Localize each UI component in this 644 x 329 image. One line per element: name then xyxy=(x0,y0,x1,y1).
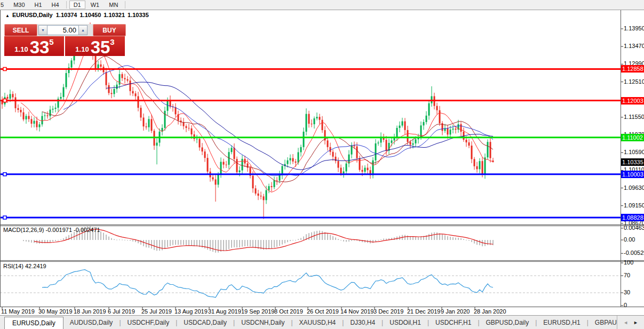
timeframe-toolbar: 5M30H1H4D1W1MN xyxy=(0,0,644,10)
chart-header: ▲EURUSD,Daily1.103741.104501.103211.1033… xyxy=(5,12,152,18)
tab-scroll-right-icon[interactable]: ► xyxy=(631,320,641,325)
timeframe-button-w1[interactable]: W1 xyxy=(86,1,104,9)
sell-price-display[interactable]: 1.10335 xyxy=(4,36,64,56)
price-scale-label: 1.09150 xyxy=(624,202,644,208)
current-price-badge: 1.10335 xyxy=(621,158,644,166)
sell-price-pip: 5 xyxy=(49,37,53,46)
time-axis-label: 18 Jun 2019 xyxy=(74,308,106,315)
tab-scroll-left-icon[interactable]: ◄ xyxy=(621,320,631,325)
price-level-badge: 1.12858 xyxy=(621,65,644,73)
time-axis-label: 11 May 2019 xyxy=(1,308,35,315)
timeframe-button-m30[interactable]: M30 xyxy=(9,1,29,9)
macd-scale-label: 0.00463 xyxy=(624,224,644,231)
tab-scroll-arrows: ◄ ► xyxy=(617,316,644,329)
time-axis-label: 3 Dec 2019 xyxy=(373,308,403,315)
ohlc-low: 1.10321 xyxy=(104,12,125,18)
chart-tab-bar: EURUSD,DailyAUDUSD,Daily|USDCHF,Daily|US… xyxy=(0,315,644,329)
one-click-trading-panel: SELL ▼ ▲ BUY 1.10335 1.10353 xyxy=(4,24,126,56)
chart-tab-audusd-daily[interactable]: AUDUSD,Daily xyxy=(63,317,120,329)
chart-tab-usdchf-daily[interactable]: USDCHF,Daily xyxy=(121,317,176,329)
sell-price-big: 33 xyxy=(30,40,50,54)
timeframe-button-d1[interactable]: D1 xyxy=(69,1,85,9)
price-scale-label: 1.12510 xyxy=(624,78,644,85)
volume-increase-button[interactable]: ▲ xyxy=(78,25,88,35)
time-axis-label: 19 Sep 2019 xyxy=(241,308,274,315)
chart-tab-usdchf-h1[interactable]: USDCHF,H1 xyxy=(429,317,478,329)
chart-tab-usdcad-daily[interactable]: USDCAD,Daily xyxy=(177,317,233,329)
buy-price-display[interactable]: 1.10353 xyxy=(65,36,125,56)
rsi-scale-label: 0 xyxy=(624,302,627,308)
toolbar-separator xyxy=(125,1,125,9)
time-axis-label: 9 Jan 2020 xyxy=(441,308,470,315)
price-scale-label: 1.13470 xyxy=(624,43,644,49)
time-axis-label: 28 Jan 2020 xyxy=(474,308,506,315)
price-scale-label: 1.09630 xyxy=(624,184,644,191)
rsi-scale-label: 30 xyxy=(624,289,630,295)
volume-decrease-button[interactable]: ▼ xyxy=(38,25,47,35)
time-axis-label: 25 Jul 2019 xyxy=(141,308,172,315)
buy-button[interactable]: BUY xyxy=(93,24,126,36)
rsi-scale-label: 70 xyxy=(624,272,630,278)
collapse-chart-icon[interactable]: ▲ xyxy=(5,13,10,18)
macd-scale-label: -0.005299 xyxy=(624,250,644,256)
chart-workspace: ▲EURUSD,Daily1.103741.104501.103211.1033… xyxy=(0,10,644,316)
ohlc-close: 1.10335 xyxy=(128,12,149,18)
chart-tab-gbpaud-h1[interactable]: GBPAUD,H1 xyxy=(589,317,617,329)
price-level-badge: 1.11002 xyxy=(621,134,644,141)
time-axis-label: 6 Jul 2019 xyxy=(108,308,135,315)
chart-symbol-label: EURUSD,Daily xyxy=(12,12,53,18)
price-scale-label: 1.10590 xyxy=(624,149,644,155)
price-scale-label: 1.13950 xyxy=(624,25,644,31)
rsi-indicator-label: RSI(14) 42.2419 xyxy=(3,263,46,269)
price-level-badge: 1.12003 xyxy=(621,97,644,105)
rsi-scale-label: 100 xyxy=(624,259,633,266)
timeframe-button-h1[interactable]: H1 xyxy=(30,1,46,9)
timeframe-button-mn[interactable]: MN xyxy=(105,1,122,9)
chart-tab-dj30-h4[interactable]: DJ30,H4 xyxy=(344,317,381,329)
time-axis-label: 30 May 2019 xyxy=(38,308,73,315)
time-axis-label: 13 Aug 2019 xyxy=(174,308,208,315)
ohlc-open: 1.10374 xyxy=(56,12,77,18)
time-axis-label: 31 Aug 2019 xyxy=(208,308,241,315)
sell-price-prefix: 1.10 xyxy=(14,45,28,53)
price-level-badge: 1.10003 xyxy=(621,171,644,178)
price-scale-label: 1.11550 xyxy=(624,114,644,120)
time-axis-label: 14 Nov 2019 xyxy=(340,308,373,315)
price-level-badge: 1.08828 xyxy=(621,214,644,221)
terminal-window: 5M30H1H4D1W1MN ▲EURUSD,Daily1.103741.104… xyxy=(0,0,644,329)
buy-price-pip: 3 xyxy=(110,37,114,46)
timeframe-button-h4[interactable]: H4 xyxy=(47,1,63,9)
chart-tab-eurusd-daily[interactable]: EURUSD,Daily xyxy=(4,317,63,329)
buy-price-prefix: 1.10 xyxy=(75,45,89,53)
chart-tab-usdoil-h1[interactable]: USDOil,H1 xyxy=(383,317,427,329)
chart-tab-usdcnh-daily[interactable]: USDCNH,Daily xyxy=(235,317,291,329)
macd-scale-label: 0.00 xyxy=(624,236,644,243)
buy-price-big: 35 xyxy=(91,40,110,54)
chart-tab-eurusd-h1[interactable]: EURUSD,H1 xyxy=(537,317,586,329)
macd-indicator-label: MACD(12,26,9) -0.001971 -0.002471 xyxy=(3,227,100,233)
timeframe-button-5[interactable]: 5 xyxy=(0,1,8,9)
toolbar-separator xyxy=(66,1,67,9)
volume-input[interactable] xyxy=(47,25,78,35)
time-axis-label: 8 Oct 2019 xyxy=(274,308,303,315)
chart-tab-gbpusd-daily[interactable]: GBPUSD,Daily xyxy=(480,317,536,329)
chart-tab-xauusd-h4[interactable]: XAUUSD,H4 xyxy=(293,317,343,329)
time-axis-label: 21 Dec 2019 xyxy=(407,308,440,315)
time-axis-label: 26 Oct 2019 xyxy=(307,308,339,315)
sell-button[interactable]: SELL xyxy=(4,24,37,36)
ohlc-high: 1.10450 xyxy=(79,12,101,18)
